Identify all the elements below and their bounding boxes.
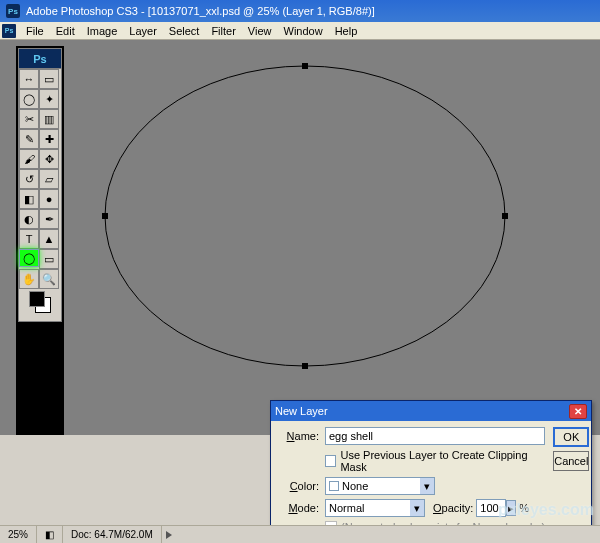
svg-rect-2 <box>302 363 308 369</box>
color-swatch-none-icon <box>329 481 339 491</box>
new-layer-dialog: New Layer ✕ Name: Use Previous Layer to … <box>270 400 592 543</box>
doc-icon: Ps <box>2 24 16 38</box>
hand-tool[interactable]: ✋ <box>19 269 39 289</box>
svg-point-0 <box>105 66 505 366</box>
opacity-flyout-icon[interactable]: ▸ <box>506 500 516 516</box>
color-swatches[interactable] <box>19 289 61 321</box>
type-tool[interactable]: T <box>19 229 39 249</box>
toolbox-panel: Ps ↔▭◯✦✂▥✎✚🖌✥↺▱◧●◐✒T▲◯▭✋🔍 <box>16 46 64 478</box>
menu-view[interactable]: View <box>242 23 278 39</box>
menu-edit[interactable]: Edit <box>50 23 81 39</box>
toolbox-header-icon: Ps <box>19 49 61 69</box>
slice-tool[interactable]: ▥ <box>39 109 59 129</box>
mode-label: Mode: <box>279 502 319 514</box>
svg-rect-4 <box>502 213 508 219</box>
move-tool[interactable]: ↔ <box>19 69 39 89</box>
gradient-tool[interactable]: ◧ <box>19 189 39 209</box>
chevron-down-icon: ▾ <box>420 478 434 494</box>
svg-rect-1 <box>302 63 308 69</box>
eraser-tool[interactable]: ▱ <box>39 169 59 189</box>
eyedropper-tool[interactable]: ✎ <box>19 129 39 149</box>
color-select[interactable]: None ▾ <box>325 477 435 495</box>
mode-select[interactable]: Normal ▾ <box>325 499 425 517</box>
blur-tool[interactable]: ● <box>39 189 59 209</box>
statusbar: 25% ◧ Doc: 64.7M/62.0M <box>0 525 600 543</box>
pen-tool[interactable]: ✒ <box>39 209 59 229</box>
titlebar: Ps Adobe Photoshop CS3 - [10137071_xxl.p… <box>0 0 600 22</box>
opacity-pct: % <box>519 502 529 514</box>
app-icon: Ps <box>6 4 20 18</box>
play-icon[interactable] <box>166 531 172 539</box>
zoom-level[interactable]: 25% <box>0 526 37 543</box>
menu-file[interactable]: File <box>20 23 50 39</box>
opacity-field[interactable] <box>476 499 506 517</box>
close-icon[interactable]: ✕ <box>569 404 587 419</box>
chevron-down-icon: ▾ <box>410 500 424 516</box>
lasso-tool[interactable]: ◯ <box>19 89 39 109</box>
rectangle-shape-tool[interactable]: ▭ <box>39 249 59 269</box>
brush-tool[interactable]: 🖌 <box>19 149 39 169</box>
clipping-label: Use Previous Layer to Create Clipping Ma… <box>340 449 545 473</box>
ellipse-shape-tool[interactable]: ◯ <box>19 249 39 267</box>
clone-tool[interactable]: ✥ <box>39 149 59 169</box>
menu-select[interactable]: Select <box>163 23 206 39</box>
ok-button[interactable]: OK <box>553 427 589 447</box>
name-field[interactable] <box>325 427 545 445</box>
dodge-tool[interactable]: ◐ <box>19 209 39 229</box>
ellipse-path[interactable] <box>95 56 525 386</box>
cancel-button[interactable]: Cancel <box>553 451 589 471</box>
dialog-title: New Layer <box>275 405 328 417</box>
clipping-checkbox[interactable] <box>325 455 336 467</box>
color-label: Color: <box>279 480 319 492</box>
opacity-label: Opacity: <box>433 502 473 514</box>
crop-tool[interactable]: ✂ <box>19 109 39 129</box>
zoom-tool[interactable]: 🔍 <box>39 269 59 289</box>
svg-rect-3 <box>102 213 108 219</box>
dialog-titlebar[interactable]: New Layer ✕ <box>271 401 591 421</box>
menu-image[interactable]: Image <box>81 23 124 39</box>
status-icon[interactable]: ◧ <box>37 526 63 543</box>
menu-filter[interactable]: Filter <box>205 23 241 39</box>
name-label: Name: <box>279 430 319 442</box>
doc-size: Doc: 64.7M/62.0M <box>63 526 162 543</box>
spot-heal-tool[interactable]: ✚ <box>39 129 59 149</box>
history-brush-tool[interactable]: ↺ <box>19 169 39 189</box>
menu-help[interactable]: Help <box>329 23 364 39</box>
menu-layer[interactable]: Layer <box>123 23 163 39</box>
marquee-tool[interactable]: ▭ <box>39 69 59 89</box>
fg-color-swatch[interactable] <box>29 291 45 307</box>
menu-window[interactable]: Window <box>278 23 329 39</box>
quick-select-tool[interactable]: ✦ <box>39 89 59 109</box>
app-title: Adobe Photoshop CS3 - [10137071_xxl.psd … <box>26 5 375 17</box>
menubar: Ps File Edit Image Layer Select Filter V… <box>0 22 600 40</box>
path-select-tool[interactable]: ▲ <box>39 229 59 249</box>
